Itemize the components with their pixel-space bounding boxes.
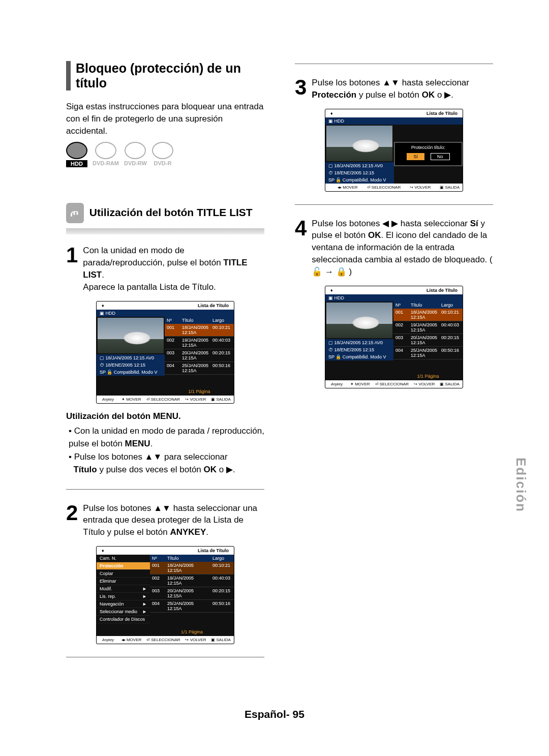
dvd-ram-icon: DVD-RAM bbox=[93, 142, 119, 167]
intro-text: Siga estas instrucciones para bloquear u… bbox=[66, 101, 264, 137]
dvd-r-icon: DVD-R bbox=[152, 142, 173, 167]
disc-icon-row: HDD DVD-RAM DVD-RW DVD-R bbox=[66, 142, 264, 167]
hdd-icon: HDD bbox=[66, 142, 87, 167]
section-heading: Bloqueo (protección) de un título bbox=[66, 61, 264, 90]
step-1: 1 Con la unidad en modo de parada/reprod… bbox=[66, 245, 264, 293]
divider bbox=[66, 228, 264, 234]
dvd-rw-icon: DVD-RW bbox=[124, 142, 147, 167]
divider bbox=[295, 64, 493, 64]
step-1-after: Aparece la pantalla Lista de Título. bbox=[83, 281, 264, 293]
right-column: 3 Pulse los botones ▲▼ hasta seleccionar… bbox=[295, 61, 493, 670]
step-2-text: Pulse los botones ▲▼ hasta seleccionar u… bbox=[83, 502, 264, 538]
title-list-button-icon bbox=[66, 203, 84, 223]
screen-step-2: ♦ Lista de Título Cam. N. Protección Cop… bbox=[96, 546, 234, 644]
screen-step-1: ♦ Lista de Título ▣ HDD ▢ 18/JAN/2005 12… bbox=[96, 301, 234, 404]
title-list-heading: Utilización del botón TITLE LIST bbox=[66, 203, 264, 223]
step-2: 2 Pulse los botones ▲▼ hasta seleccionar… bbox=[66, 502, 264, 538]
step-3-text: Pulse los botones ▲▼ hasta seleccionar P… bbox=[312, 77, 493, 101]
left-column: Bloqueo (protección) de un título Siga e… bbox=[66, 61, 264, 670]
screen-step-3: ♦ Lista de Título ▣ HDD ▢ 18/JAN/2005 12… bbox=[325, 109, 463, 192]
page-body: Bloqueo (protección) de un título Siga e… bbox=[0, 0, 549, 670]
divider bbox=[66, 489, 264, 490]
step-3: 3 Pulse los botones ▲▼ hasta seleccionar… bbox=[295, 77, 493, 101]
step-4-text: Pulse los botones ◀ ▶ hasta seleccionar … bbox=[312, 218, 493, 278]
step-1-text: Con la unidad en modo de parada/reproduc… bbox=[83, 245, 264, 281]
menu-subheading: Utilización del botón MENU. bbox=[66, 411, 264, 421]
step-4: 4 Pulse los botones ◀ ▶ hasta selecciona… bbox=[295, 218, 493, 278]
divider bbox=[295, 204, 493, 205]
divider bbox=[66, 657, 264, 657]
screen-step-4: ♦ Lista de Título ▣ HDD ▢ 18/JAN/2005 12… bbox=[325, 286, 463, 388]
page-footer: Español- 95 bbox=[0, 708, 549, 720]
side-tab-label: Edición bbox=[513, 458, 529, 512]
menu-bullets: Con la unidad en modo de parada / reprod… bbox=[66, 425, 264, 476]
